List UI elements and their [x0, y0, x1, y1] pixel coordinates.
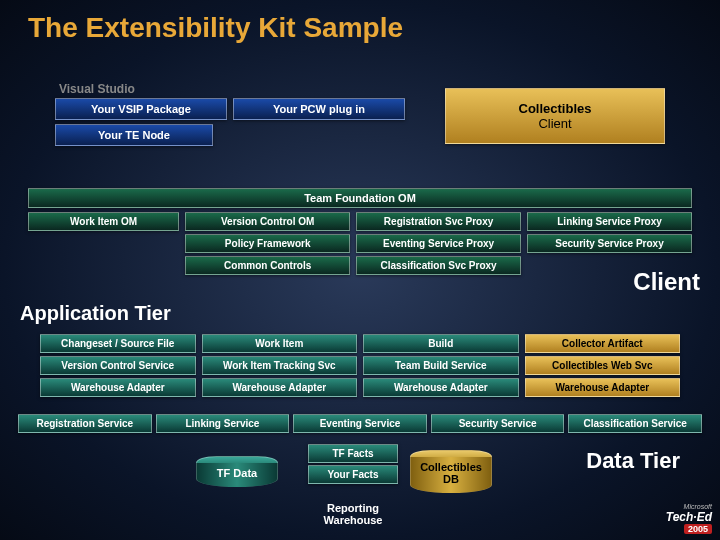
pcw-plugin-box: Your PCW plug in [233, 98, 405, 120]
registration-service: Registration Service [18, 414, 152, 433]
warehouse-adapter-4: Warehouse Adapter [525, 378, 681, 397]
visual-studio-group: Visual Studio Your VSIP Package Your PCW… [55, 82, 405, 146]
collector-artifact: Collector Artifact [525, 334, 681, 353]
teched-logo: Microsoft Tech·Ed 2005 [640, 502, 712, 534]
collectibles-client-l2: Client [454, 116, 656, 131]
build: Build [363, 334, 519, 353]
collectibles-db-cylinder: Collectibles DB [410, 450, 492, 493]
reporting-warehouse-label: Reporting Warehouse [300, 502, 406, 526]
classification-svc-proxy: Classification Svc Proxy [356, 256, 521, 275]
logo-microsoft: Microsoft [684, 503, 712, 510]
registration-svc-proxy: Registration Svc Proxy [356, 212, 521, 231]
data-tier-label: Data Tier [586, 448, 680, 474]
collectibles-db-l1: Collectibles [413, 461, 489, 473]
your-facts: Your Facts [308, 465, 398, 484]
tf-facts: TF Facts [308, 444, 398, 463]
linking-service-proxy: Linking Service Proxy [527, 212, 692, 231]
classification-service: Classification Service [568, 414, 702, 433]
te-node-box: Your TE Node [55, 124, 213, 146]
version-control-service: Version Control Service [40, 356, 196, 375]
collectibles-client-l1: Collectibles [454, 101, 656, 116]
collectibles-db-l2: DB [413, 473, 489, 485]
visual-studio-label: Visual Studio [59, 82, 405, 96]
collectibles-web-svc: Collectibles Web Svc [525, 356, 681, 375]
work-item-om: Work Item OM [28, 212, 179, 231]
eventing-service-proxy: Eventing Service Proxy [356, 234, 521, 253]
logo-brand: Tech·Ed [666, 510, 712, 524]
team-build-service: Team Build Service [363, 356, 519, 375]
client-tier-label: Client [633, 268, 700, 296]
collectibles-client-box: Collectibles Client [445, 88, 665, 144]
common-controls: Common Controls [185, 256, 350, 275]
logo-year: 2005 [684, 524, 712, 534]
policy-framework: Policy Framework [185, 234, 350, 253]
service-row: Registration Service Linking Service Eve… [18, 414, 702, 433]
vsip-package-box: Your VSIP Package [55, 98, 227, 120]
work-item: Work Item [202, 334, 358, 353]
tf-data-cylinder: TF Data [196, 456, 278, 487]
warehouse-adapter-3: Warehouse Adapter [363, 378, 519, 397]
eventing-service: Eventing Service [293, 414, 427, 433]
version-control-om: Version Control OM [185, 212, 350, 231]
application-tier-label: Application Tier [20, 302, 171, 325]
tf-data-label: TF Data [196, 463, 278, 487]
work-item-tracking-svc: Work Item Tracking Svc [202, 356, 358, 375]
warehouse-adapter-1: Warehouse Adapter [40, 378, 196, 397]
changeset-source-file: Changeset / Source File [40, 334, 196, 353]
app-grid: Changeset / Source File Work Item Build … [40, 334, 680, 397]
team-foundation-om-band: Team Foundation OM [28, 188, 692, 208]
linking-service: Linking Service [156, 414, 290, 433]
slide-title: The Extensibility Kit Sample [0, 0, 720, 44]
security-service-proxy: Security Service Proxy [527, 234, 692, 253]
facts-stack: TF Facts Your Facts [308, 444, 398, 486]
om-grid: Work Item OM Version Control OM Registra… [28, 212, 692, 275]
warehouse-adapter-2: Warehouse Adapter [202, 378, 358, 397]
security-service: Security Service [431, 414, 565, 433]
